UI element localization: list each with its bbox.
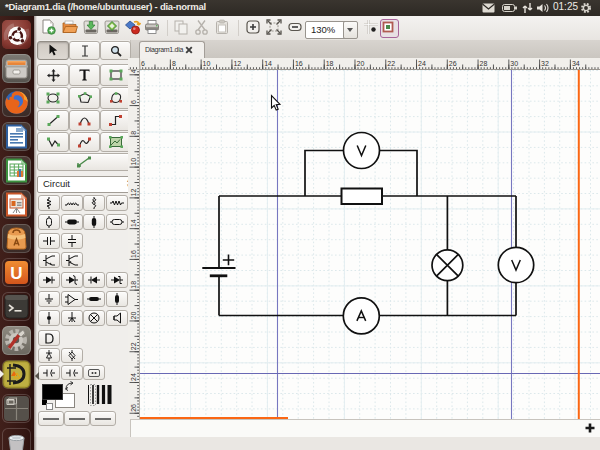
svg-text:12: 12 bbox=[130, 189, 137, 197]
svg-text:28: 28 bbox=[480, 60, 488, 67]
svg-text:6: 6 bbox=[130, 100, 137, 104]
svg-text:34: 34 bbox=[572, 60, 580, 67]
svg-text:14: 14 bbox=[264, 60, 272, 67]
svg-text:20: 20 bbox=[130, 312, 137, 320]
svg-text:8: 8 bbox=[172, 60, 176, 67]
svg-text:24: 24 bbox=[418, 60, 426, 67]
svg-text:26: 26 bbox=[130, 404, 137, 412]
svg-text:20: 20 bbox=[357, 60, 365, 67]
svg-text:16: 16 bbox=[130, 250, 137, 258]
svg-text:18: 18 bbox=[130, 281, 137, 289]
svg-text:8: 8 bbox=[130, 131, 137, 135]
svg-text:24: 24 bbox=[130, 373, 137, 381]
svg-text:10: 10 bbox=[203, 60, 211, 67]
svg-text:22: 22 bbox=[130, 342, 137, 350]
svg-text:16: 16 bbox=[295, 60, 303, 67]
svg-text:18: 18 bbox=[326, 60, 334, 67]
svg-text:12: 12 bbox=[233, 60, 241, 67]
svg-text:30: 30 bbox=[510, 60, 518, 67]
svg-text:22: 22 bbox=[387, 60, 395, 67]
svg-text:32: 32 bbox=[541, 60, 549, 67]
svg-text:U: U bbox=[10, 264, 22, 283]
svg-text:6: 6 bbox=[141, 60, 145, 67]
svg-text:26: 26 bbox=[449, 60, 457, 67]
svg-text:14: 14 bbox=[130, 219, 137, 227]
svg-text:10: 10 bbox=[130, 158, 137, 166]
